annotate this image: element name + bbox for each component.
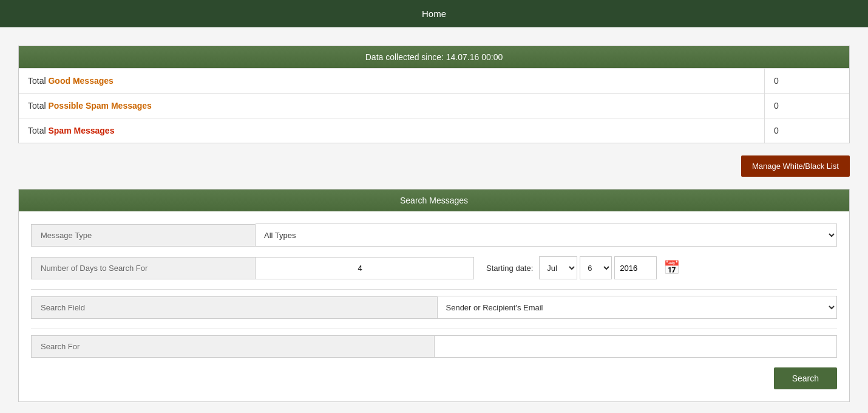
starting-date-label: Starting date: (486, 264, 533, 273)
message-type-label: Message Type (31, 224, 256, 247)
month-select[interactable]: Jan Feb Mar Apr May Jun Jul Aug Sep Oct … (539, 256, 577, 279)
days-input[interactable] (256, 257, 474, 279)
search-for-input[interactable] (435, 335, 838, 358)
message-type-select[interactable]: All Types Good Possible Spam Spam (256, 224, 837, 247)
days-date-row: Number of Days to Search For Starting da… (31, 256, 837, 279)
year-input[interactable] (614, 256, 657, 279)
stats-header: Data collected since: 14.07.16 00:00 (19, 46, 849, 68)
divider-2 (31, 329, 837, 329)
stats-row-good: Total Good Messages 0 (19, 68, 849, 93)
manage-row: Manage White/Black List (18, 155, 850, 177)
stats-label-good: Total Good Messages (19, 69, 764, 93)
search-button-row: Search (31, 367, 837, 389)
possible-spam-text: Possible Spam Messages (48, 101, 151, 111)
search-for-label: Search For (31, 335, 435, 358)
divider-1 (31, 289, 837, 290)
day-select[interactable]: 1 2 3 4 5 6 7 8 9 10 11 12 13 14 (580, 256, 612, 279)
spam-text: Spam Messages (48, 126, 114, 135)
stats-panel: Data collected since: 14.07.16 00:00 Tot… (18, 46, 850, 143)
search-panel-body: Message Type All Types Good Possible Spa… (19, 211, 849, 401)
stats-label-spam: Total Spam Messages (19, 118, 764, 143)
stats-value-possible-spam: 0 (764, 94, 849, 118)
stats-row-possible-spam: Total Possible Spam Messages 0 (19, 93, 849, 118)
search-field-label: Search Field (31, 296, 438, 319)
stats-row-spam: Total Spam Messages 0 (19, 118, 849, 143)
date-section: Starting date: Jan Feb Mar Apr May Jun J… (486, 256, 837, 279)
stats-value-good: 0 (764, 69, 849, 93)
search-panel-header: Search Messages (19, 189, 849, 211)
search-field-select[interactable]: Sender or Recipient's Email Subject Mess… (438, 296, 838, 319)
nav-title: Home (422, 9, 446, 19)
search-button[interactable]: Search (774, 367, 837, 389)
manage-whitelist-button[interactable]: Manage White/Black List (741, 155, 850, 177)
top-nav: Home (0, 0, 868, 27)
days-label: Number of Days to Search For (31, 257, 256, 279)
calendar-icon[interactable]: 📅 (660, 257, 682, 279)
main-content: Data collected since: 14.07.16 00:00 Tot… (9, 46, 859, 402)
stats-value-spam: 0 (764, 118, 849, 143)
search-field-row: Search Field Sender or Recipient's Email… (31, 296, 837, 319)
good-messages-text: Good Messages (48, 76, 113, 86)
message-type-row: Message Type All Types Good Possible Spa… (31, 224, 837, 247)
stats-label-possible-spam: Total Possible Spam Messages (19, 94, 764, 118)
search-messages-panel: Search Messages Message Type All Types G… (18, 189, 850, 402)
search-for-row: Search For (31, 335, 837, 358)
